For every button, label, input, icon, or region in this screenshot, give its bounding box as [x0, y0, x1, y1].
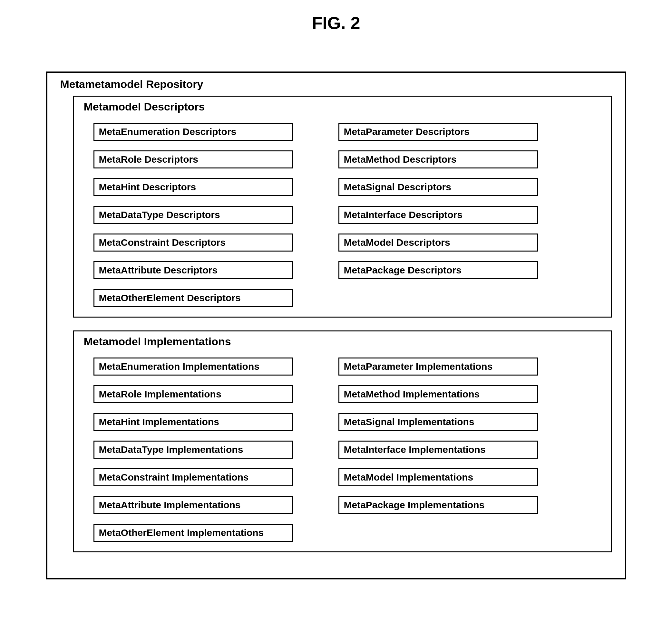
descriptor-item: MetaSignal Descriptors	[338, 178, 538, 196]
implementations-columns: MetaEnumeration Implementations MetaRole…	[84, 358, 602, 542]
descriptor-item: MetaParameter Descriptors	[338, 123, 538, 141]
repository-box: Metametamodel Repository Metamodel Descr…	[46, 71, 626, 579]
implementation-item: MetaOtherElement Implementations	[93, 524, 293, 542]
descriptor-item: MetaPackage Descriptors	[338, 261, 538, 279]
descriptors-columns: MetaEnumeration Descriptors MetaRole Des…	[84, 123, 602, 307]
implementations-section: Metamodel Implementations MetaEnumeratio…	[73, 330, 612, 552]
implementations-left-column: MetaEnumeration Implementations MetaRole…	[93, 358, 293, 542]
descriptor-item: MetaOtherElement Descriptors	[93, 289, 293, 307]
descriptor-item: MetaModel Descriptors	[338, 234, 538, 252]
implementation-item: MetaMethod Implementations	[338, 385, 538, 403]
implementation-item: MetaModel Implementations	[338, 468, 538, 486]
descriptors-right-column: MetaParameter Descriptors MetaMethod Des…	[338, 123, 538, 307]
descriptor-item: MetaMethod Descriptors	[338, 150, 538, 168]
implementation-item: MetaSignal Implementations	[338, 413, 538, 431]
descriptors-section: Metamodel Descriptors MetaEnumeration De…	[73, 96, 612, 318]
descriptors-title: Metamodel Descriptors	[84, 101, 602, 113]
implementation-item: MetaPackage Implementations	[338, 496, 538, 514]
descriptor-item: MetaEnumeration Descriptors	[93, 123, 293, 141]
implementation-item: MetaAttribute Implementations	[93, 496, 293, 514]
figure-title: FIG. 2	[13, 13, 659, 33]
implementation-item: MetaHint Implementations	[93, 413, 293, 431]
implementation-item: MetaInterface Implementations	[338, 441, 538, 459]
descriptor-item: MetaConstraint Descriptors	[93, 234, 293, 252]
descriptor-item: MetaHint Descriptors	[93, 178, 293, 196]
repository-title: Metametamodel Repository	[60, 78, 612, 91]
descriptor-item: MetaDataType Descriptors	[93, 206, 293, 224]
descriptor-item: MetaInterface Descriptors	[338, 206, 538, 224]
implementation-item: MetaParameter Implementations	[338, 358, 538, 375]
descriptors-left-column: MetaEnumeration Descriptors MetaRole Des…	[93, 123, 293, 307]
implementations-title: Metamodel Implementations	[84, 335, 602, 348]
implementation-item: MetaDataType Implementations	[93, 441, 293, 459]
descriptor-item: MetaRole Descriptors	[93, 150, 293, 168]
implementation-item: MetaEnumeration Implementations	[93, 358, 293, 375]
descriptor-item: MetaAttribute Descriptors	[93, 261, 293, 279]
implementations-right-column: MetaParameter Implementations MetaMethod…	[338, 358, 538, 542]
implementation-item: MetaConstraint Implementations	[93, 468, 293, 486]
implementation-item: MetaRole Implementations	[93, 385, 293, 403]
